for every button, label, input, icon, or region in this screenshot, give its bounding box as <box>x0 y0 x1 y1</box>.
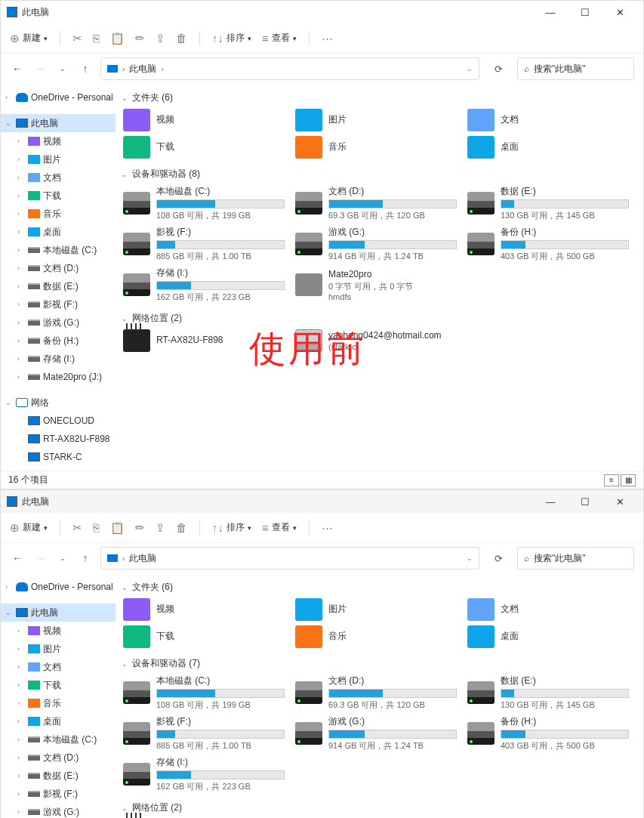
sidebar-item[interactable]: ›视频 <box>1 132 116 150</box>
new-button[interactable]: ⊕新建 ▾ <box>10 32 48 45</box>
sidebar-item[interactable]: ›文档 <box>1 168 116 187</box>
group-drives[interactable]: ⌄设备和驱动器 (8) <box>122 165 643 184</box>
view-button[interactable]: ≡查看 ▾ <box>262 32 297 45</box>
maximize-button[interactable]: ☐ <box>568 1 602 23</box>
breadcrumb-item[interactable]: 此电脑 <box>129 63 156 76</box>
sidebar-item[interactable]: ›视频 <box>1 622 116 640</box>
up-button[interactable]: ↑ <box>78 552 93 564</box>
refresh-button[interactable]: ⟳ <box>487 547 510 570</box>
chevron-down-icon[interactable]: ⌄ <box>467 65 473 73</box>
drive-item[interactable]: 本地磁盘 (C:)108 GB 可用，共 199 GB <box>122 184 286 223</box>
folder-item[interactable]: 图片 <box>294 597 458 622</box>
search-input[interactable]: ⌕ 搜索"此电脑" <box>517 57 634 80</box>
folder-item[interactable]: 下载 <box>122 624 286 650</box>
folder-item[interactable]: 音乐 <box>294 624 458 650</box>
copy-icon[interactable]: ⎘ <box>93 32 100 45</box>
drive-item[interactable]: 备份 (H:)403 GB 可用，共 500 GB <box>466 714 630 753</box>
sidebar-item[interactable]: ›数据 (E:) <box>1 277 116 295</box>
close-button[interactable]: ✕ <box>602 490 637 513</box>
rename-icon[interactable]: ✏ <box>135 521 145 535</box>
sidebar-net-item[interactable]: RT-AX82U-F898 <box>1 430 116 448</box>
drive-item[interactable]: 本地磁盘 (C:)108 GB 可用，共 199 GB <box>122 673 286 712</box>
chevron-down-icon[interactable]: ⌄ <box>467 554 473 562</box>
recent-button[interactable]: ⌄ <box>55 65 70 73</box>
sidebar-thispc[interactable]: ⌄此电脑 <box>1 114 116 132</box>
group-drives[interactable]: ⌄设备和驱动器 (7) <box>122 654 643 673</box>
tiles-view-icon[interactable]: ▦ <box>621 474 636 486</box>
cut-icon[interactable]: ✂ <box>72 521 82 535</box>
sidebar-item[interactable]: ›图片 <box>1 150 116 168</box>
group-folders[interactable]: ⌄文件夹 (6) <box>122 88 643 107</box>
sidebar-item[interactable]: ›桌面 <box>1 223 116 241</box>
sidebar-thispc[interactable]: ⌄此电脑 <box>1 603 116 622</box>
sidebar-item[interactable]: ›下载 <box>1 187 116 205</box>
sidebar-item[interactable]: ›下载 <box>1 676 116 694</box>
folder-item[interactable]: 桌面 <box>466 134 630 160</box>
folder-item[interactable]: 下载 <box>122 134 286 160</box>
sidebar-item[interactable]: ›影视 (F:) <box>1 295 116 313</box>
sidebar-item[interactable]: ›文档 <box>1 658 116 676</box>
sidebar-item[interactable]: ›影视 (F:) <box>1 785 116 803</box>
sidebar-item[interactable]: ›音乐 <box>1 205 116 223</box>
drive-item[interactable]: 数据 (E:)130 GB 可用，共 145 GB <box>466 184 630 223</box>
breadcrumb[interactable]: › 此电脑 › ⌄ <box>100 57 479 80</box>
refresh-button[interactable]: ⟳ <box>487 57 510 80</box>
delete-icon[interactable]: 🗑 <box>176 32 187 45</box>
drive-item[interactable]: 存储 (I:)162 GB 可用，共 223 GB <box>122 265 286 304</box>
drive-item[interactable]: 数据 (E:)130 GB 可用，共 145 GB <box>466 673 630 712</box>
up-button[interactable]: ↑ <box>78 63 93 75</box>
sort-button[interactable]: ↑↓排序 ▾ <box>212 521 251 534</box>
paste-icon[interactable]: 📋 <box>110 32 125 45</box>
group-folders[interactable]: ⌄文件夹 (6) <box>122 578 643 597</box>
folder-item[interactable]: 文档 <box>466 107 630 133</box>
recent-button[interactable]: ⌄ <box>55 554 70 562</box>
sidebar-item[interactable]: ›音乐 <box>1 694 116 712</box>
view-button[interactable]: ≡查看 ▾ <box>262 521 297 534</box>
close-button[interactable]: ✕ <box>602 1 637 23</box>
drive-item[interactable]: 影视 (F:)885 GB 可用，共 1.00 TB <box>122 224 286 264</box>
rename-icon[interactable]: ✏ <box>135 32 145 45</box>
drive-item[interactable]: 备份 (H:)403 GB 可用，共 500 GB <box>466 224 630 264</box>
drive-item[interactable]: 文档 (D:)69.3 GB 可用，共 120 GB <box>294 184 458 223</box>
sidebar-item[interactable]: ›文档 (D:) <box>1 259 116 277</box>
folder-item[interactable]: 图片 <box>294 107 458 133</box>
drive-item[interactable]: 存储 (I:)162 GB 可用，共 223 GB <box>122 755 286 794</box>
sidebar-item[interactable]: ›游戏 (G:) <box>1 313 116 332</box>
forward-button[interactable]: → <box>32 63 48 75</box>
folder-item[interactable]: 视频 <box>122 597 286 622</box>
drive-item[interactable]: 影视 (F:)885 GB 可用，共 1.00 TB <box>122 714 286 753</box>
sidebar-item[interactable]: ›桌面 <box>1 712 116 730</box>
drive-item[interactable]: Mate20pro0 字节 可用，共 0 字节hmdfs <box>294 265 458 304</box>
paste-icon[interactable]: 📋 <box>110 521 125 535</box>
sidebar-item[interactable]: ›Mate20pro (J:) <box>1 368 116 386</box>
more-icon[interactable]: ⋯ <box>322 521 333 535</box>
sort-button[interactable]: ↑↓排序 ▾ <box>212 32 251 45</box>
cut-icon[interactable]: ✂ <box>72 32 82 45</box>
sidebar-net-item[interactable]: STARK-C <box>1 448 116 466</box>
minimize-button[interactable]: — <box>533 490 568 513</box>
forward-button[interactable]: → <box>32 552 48 564</box>
sidebar-item[interactable]: ›本地磁盘 (C:) <box>1 241 116 259</box>
sidebar-item[interactable]: ›游戏 (G:) <box>1 803 116 818</box>
sidebar-item[interactable]: ›数据 (E:) <box>1 767 116 785</box>
minimize-button[interactable]: — <box>533 1 568 23</box>
sidebar-onedrive[interactable]: ›OneDrive - Personal <box>1 578 116 596</box>
sidebar-item[interactable]: ›图片 <box>1 640 116 658</box>
folder-item[interactable]: 文档 <box>466 597 630 622</box>
search-input[interactable]: ⌕ 搜索"此电脑" <box>517 547 634 570</box>
group-network[interactable]: ⌄网络位置 (2) <box>122 798 643 817</box>
sidebar-item[interactable]: ›本地磁盘 (C:) <box>1 730 116 749</box>
drive-item[interactable]: 文档 (D:)69.3 GB 可用，共 120 GB <box>294 673 458 712</box>
group-network[interactable]: ⌄网络位置 (2) <box>122 309 643 328</box>
breadcrumb[interactable]: › 此电脑 ⌄ <box>100 547 479 570</box>
folder-item[interactable]: 音乐 <box>294 134 458 160</box>
maximize-button[interactable]: ☐ <box>568 490 602 513</box>
details-view-icon[interactable]: ≡ <box>604 474 619 486</box>
folder-item[interactable]: 桌面 <box>466 624 630 650</box>
delete-icon[interactable]: 🗑 <box>176 521 187 534</box>
folder-item[interactable]: 视频 <box>122 107 286 133</box>
share-icon[interactable]: ⇪ <box>156 521 165 535</box>
new-button[interactable]: ⊕新建 ▾ <box>10 521 48 535</box>
back-button[interactable]: ← <box>10 63 25 75</box>
sidebar-item[interactable]: ›文档 (D:) <box>1 749 116 767</box>
